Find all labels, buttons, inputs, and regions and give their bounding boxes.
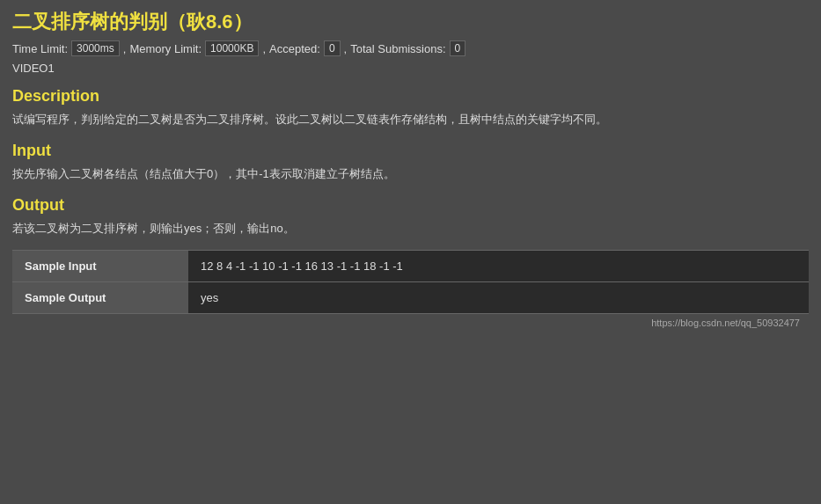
sample-output-label: Sample Output	[12, 282, 188, 314]
description-title: Description	[12, 87, 809, 106]
description-content: 试编写程序，判别给定的二叉树是否为二叉排序树。设此二叉树以二叉链表作存储结构，且…	[12, 111, 809, 129]
meta-separator-3: ,	[344, 42, 348, 55]
sample-output-row: Sample Output yes	[12, 282, 809, 314]
page-container: 二叉排序树的判别（耿8.6） Time Limit: 3000ms , Memo…	[0, 0, 821, 340]
sample-output-value: yes	[188, 282, 809, 314]
watermark: https://blog.csdn.net/qq_50932477	[12, 314, 809, 332]
time-limit-value: 3000ms	[71, 40, 120, 56]
output-content: 若该二叉树为二叉排序树，则输出yes；否则，输出no。	[12, 220, 809, 238]
input-content: 按先序输入二叉树各结点（结点值大于0），其中-1表示取消建立子树结点。	[12, 165, 809, 184]
sample-input-label: Sample Input	[12, 251, 188, 282]
meta-separator-2: ,	[262, 42, 266, 55]
samples-table: Sample Input 12 8 4 -1 -1 10 -1 -1 16 13…	[12, 251, 809, 314]
submissions-label: Total Submissions:	[350, 42, 445, 55]
memory-limit-value: 10000KB	[205, 40, 259, 56]
sample-input-row: Sample Input 12 8 4 -1 -1 10 -1 -1 16 13…	[12, 251, 809, 282]
video-label: VIDEO1	[12, 62, 809, 75]
sample-input-value: 12 8 4 -1 -1 10 -1 -1 16 13 -1 -1 18 -1 …	[188, 251, 809, 282]
page-title: 二叉排序树的判别（耿8.6）	[12, 9, 809, 35]
submissions-value: 0	[450, 40, 466, 56]
accepted-value: 0	[324, 40, 341, 56]
memory-limit-label: Memory Limit:	[129, 42, 202, 55]
meta-separator-1: ,	[123, 42, 127, 55]
time-limit-label: Time Limit:	[12, 42, 68, 55]
meta-line: Time Limit: 3000ms , Memory Limit: 10000…	[12, 40, 809, 56]
input-title: Input	[12, 142, 809, 160]
output-title: Output	[12, 196, 809, 215]
accepted-label: Accepted:	[269, 42, 320, 55]
